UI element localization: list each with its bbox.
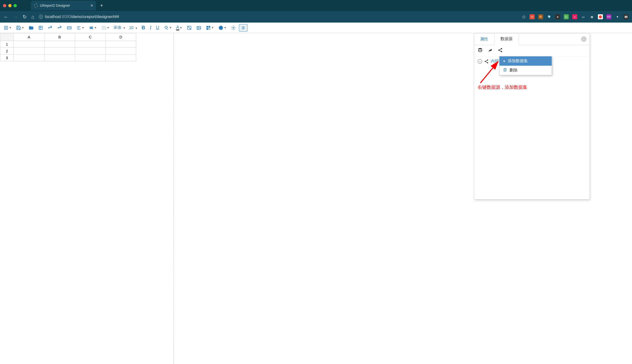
- cell-A3[interactable]: [14, 54, 44, 61]
- redo-button[interactable]: [46, 24, 54, 31]
- merge-cells-button[interactable]: [65, 24, 73, 31]
- maximize-window-button[interactable]: [14, 4, 17, 7]
- spreadsheet-grid[interactable]: A B C D 123: [0, 33, 136, 61]
- underline-button[interactable]: U: [154, 24, 161, 31]
- forward-button[interactable]: →: [13, 14, 18, 20]
- tab-bar: UReport2 Designer × +: [0, 0, 632, 11]
- settings-button[interactable]: [229, 24, 237, 31]
- nav-bar: ← → ↻ ⌂ i localhost:8080/demo/ureport/de…: [0, 11, 632, 23]
- context-delete[interactable]: 删除: [499, 66, 552, 75]
- traffic-lights: [3, 4, 17, 7]
- leaf-icon[interactable]: [488, 48, 493, 54]
- back-button[interactable]: ←: [4, 14, 9, 20]
- preview-button[interactable]: ▼: [2, 24, 13, 31]
- svg-rect-20: [207, 26, 208, 28]
- svg-point-19: [198, 27, 198, 28]
- italic-button[interactable]: I: [148, 24, 153, 32]
- url-info-icon[interactable]: i: [39, 15, 43, 19]
- svg-point-33: [498, 50, 500, 51]
- svg-rect-25: [209, 29, 209, 30]
- app-toolbar: ▼ ▼ ▼ ▼ ▼ 宋体 ▼ 10 ▼ B I U ▼ A: [0, 23, 632, 33]
- minimize-window-button[interactable]: [8, 4, 12, 7]
- extension-icon-2[interactable]: 💎: [547, 14, 552, 19]
- image-button[interactable]: [195, 24, 203, 31]
- open-button[interactable]: [27, 24, 35, 31]
- browser-tab[interactable]: UReport2 Designer ×: [31, 1, 96, 10]
- cell-D3[interactable]: [106, 54, 136, 61]
- svg-point-32: [501, 48, 502, 49]
- extension-icon-5[interactable]: ∞: [572, 14, 577, 19]
- valign-button[interactable]: ▼: [87, 24, 98, 31]
- tab-properties[interactable]: 属性: [474, 34, 494, 45]
- extension-icon-4[interactable]: G: [564, 14, 569, 19]
- share-icon[interactable]: [498, 48, 503, 54]
- database-icon[interactable]: [478, 48, 483, 54]
- cell-A1[interactable]: [14, 41, 44, 48]
- browser-chrome: UReport2 Designer × + ← → ↻ ⌂ i localhos…: [0, 0, 632, 23]
- cell-C3[interactable]: [75, 54, 106, 61]
- cell-A2[interactable]: [14, 48, 44, 54]
- qrcode-button[interactable]: ▼: [204, 24, 215, 31]
- extension-icon-11[interactable]: 👀: [623, 14, 628, 19]
- col-header-a[interactable]: A: [14, 33, 44, 41]
- col-header-d[interactable]: D: [106, 33, 136, 41]
- crosstab-button[interactable]: [185, 24, 193, 31]
- svg-point-34: [501, 51, 502, 52]
- extension-icon-9[interactable]: RP: [606, 14, 611, 19]
- svg-point-27: [233, 27, 234, 28]
- cell-B1[interactable]: [44, 41, 75, 48]
- svg-rect-0: [4, 26, 8, 29]
- bookmark-icon[interactable]: ☆: [522, 14, 526, 20]
- align-button[interactable]: ▼: [75, 24, 86, 31]
- home-button[interactable]: ⌂: [31, 14, 34, 20]
- svg-point-37: [487, 59, 488, 61]
- extension-icon-8[interactable]: 🔴: [598, 14, 603, 19]
- row-header-2[interactable]: 2: [0, 48, 14, 54]
- select-all-corner[interactable]: [0, 33, 14, 41]
- extension-icon-6[interactable]: ᔕ: [581, 14, 586, 19]
- context-add-dataset[interactable]: + 添加数据集: [499, 56, 552, 66]
- url-host: localhost: [45, 15, 61, 19]
- extension-icon-3[interactable]: ●: [555, 14, 560, 19]
- svg-line-17: [187, 26, 191, 29]
- tree-collapse-icon[interactable]: −: [478, 59, 482, 64]
- extension-icon-7[interactable]: ▦: [589, 14, 594, 19]
- cell-D2[interactable]: [106, 48, 136, 54]
- svg-line-36: [499, 50, 501, 51]
- table-config-button[interactable]: [37, 24, 45, 31]
- font-name-selector[interactable]: 宋体 ▼: [112, 25, 127, 30]
- cell-D1[interactable]: [106, 41, 136, 48]
- svg-rect-22: [207, 28, 208, 30]
- reload-button[interactable]: ↻: [23, 14, 27, 20]
- chart-button[interactable]: ▼: [217, 24, 228, 31]
- extension-icon-10[interactable]: ▼: [615, 14, 620, 19]
- panel-collapse-button[interactable]: ↓: [581, 36, 587, 42]
- extension-icon-0[interactable]: ½: [530, 14, 535, 19]
- panel-toggle-button[interactable]: [239, 24, 247, 32]
- fontcolor-button[interactable]: A ▼: [175, 24, 184, 31]
- save-button[interactable]: ▼: [15, 24, 26, 31]
- bold-button[interactable]: B: [140, 24, 147, 32]
- new-tab-button[interactable]: +: [100, 3, 103, 9]
- share-node-icon: [484, 59, 489, 64]
- url-bar[interactable]: i localhost:8080/demo/ureport/designer##…: [39, 15, 517, 19]
- cell-B2[interactable]: [44, 48, 75, 54]
- extension-icon-1[interactable]: 🍪: [538, 14, 543, 19]
- undo-button[interactable]: [56, 24, 64, 31]
- border-button[interactable]: ▼: [100, 24, 111, 31]
- main-area: A B C D 123 属性 数据源 ↓: [0, 33, 632, 364]
- svg-rect-24: [210, 28, 210, 29]
- cell-B3[interactable]: [44, 54, 75, 61]
- close-window-button[interactable]: [3, 4, 6, 7]
- col-header-b[interactable]: B: [44, 33, 75, 41]
- row-header-3[interactable]: 3: [0, 54, 14, 61]
- url-port: :8080: [61, 15, 71, 19]
- tab-close-icon[interactable]: ×: [90, 3, 93, 8]
- font-size-selector[interactable]: 10 ▼: [128, 26, 139, 30]
- tab-datasource[interactable]: 数据源: [494, 33, 519, 45]
- row-header-1[interactable]: 1: [0, 41, 14, 48]
- cell-C1[interactable]: [75, 41, 106, 48]
- cell-C2[interactable]: [75, 48, 106, 54]
- col-header-c[interactable]: C: [75, 33, 106, 41]
- bgcolor-button[interactable]: ▼: [162, 24, 173, 31]
